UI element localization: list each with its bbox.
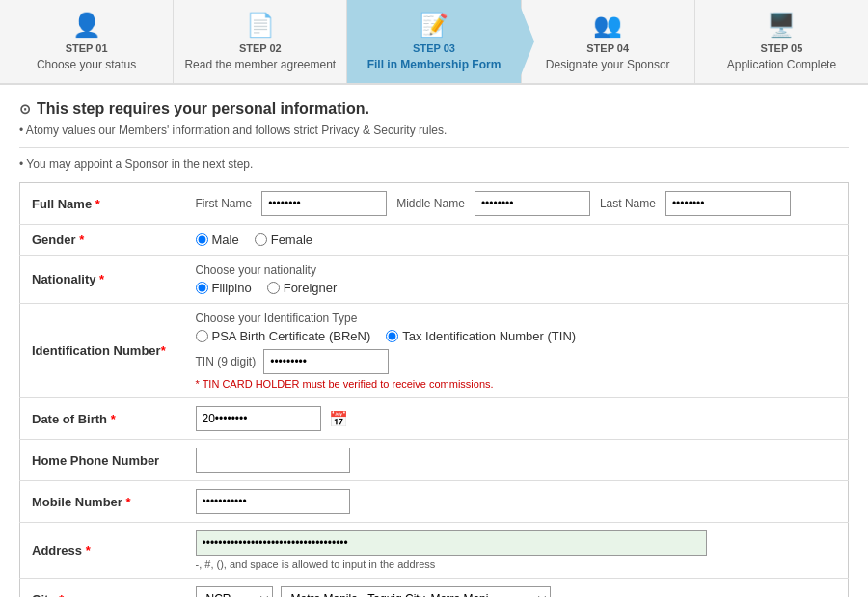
section-title-text: This step requires your personal informa… bbox=[37, 100, 369, 118]
step01-label: Choose your status bbox=[37, 58, 136, 71]
dob-label: Date of Birth * bbox=[20, 398, 184, 440]
step02-icon: 📄 bbox=[246, 12, 275, 39]
city-row: City * NCR Metro Manila - Taguig City, M… bbox=[20, 579, 849, 598]
region-select[interactable]: NCR bbox=[196, 586, 273, 597]
main-content: ⊙ This step requires your personal infor… bbox=[0, 85, 868, 597]
nationality-choose-label: Choose your nationality bbox=[196, 263, 837, 277]
sponsor-note: • You may appoint a Sponsor in the next … bbox=[19, 157, 849, 171]
chevron-icon[interactable]: ⊙ bbox=[19, 101, 31, 117]
id-number-label: Identification Number* bbox=[20, 304, 184, 398]
address-note: -, #, (), and space is allowed to input … bbox=[196, 558, 837, 570]
mobile-input[interactable] bbox=[196, 489, 350, 514]
step01[interactable]: 👤 STEP 01 Choose your status bbox=[0, 0, 174, 83]
step04-icon: 👥 bbox=[593, 12, 622, 39]
first-name-input[interactable] bbox=[261, 191, 387, 216]
step04[interactable]: 👥 STEP 04 Designate your Sponsor bbox=[522, 0, 695, 83]
step03-icon: 📝 bbox=[420, 12, 448, 39]
address-value: -, #, (), and space is allowed to input … bbox=[184, 523, 849, 579]
gender-label: Gender * bbox=[20, 225, 184, 256]
step02-label: Read the member agreement bbox=[184, 58, 336, 71]
home-phone-value bbox=[184, 440, 849, 481]
full-name-label: Full Name * bbox=[20, 183, 184, 225]
step01-number: STEP 01 bbox=[66, 42, 108, 54]
id-bren-radio[interactable] bbox=[196, 330, 208, 342]
id-number-value: Choose your Identification Type PSA Birt… bbox=[184, 304, 849, 398]
city-select[interactable]: Metro Manila - Taguig City, Metro Mani..… bbox=[281, 586, 551, 597]
gender-male-label[interactable]: Male bbox=[196, 232, 239, 247]
step02-number: STEP 02 bbox=[239, 42, 282, 54]
step01-icon: 👤 bbox=[72, 12, 101, 39]
address-input[interactable] bbox=[196, 530, 707, 556]
nationality-value: Choose your nationality Filipino Foreign… bbox=[184, 256, 849, 304]
id-tin-label[interactable]: Tax Identification Number (TIN) bbox=[386, 329, 576, 343]
calendar-icon[interactable]: 📅 bbox=[329, 410, 348, 428]
middle-name-label: Middle Name bbox=[396, 197, 465, 210]
middle-name-input[interactable] bbox=[475, 191, 590, 216]
step05-label: Application Complete bbox=[727, 58, 836, 71]
address-label: Address * bbox=[20, 523, 184, 579]
gender-female-label[interactable]: Female bbox=[255, 232, 312, 247]
steps-bar: 👤 STEP 01 Choose your status 📄 STEP 02 R… bbox=[0, 0, 868, 85]
step03[interactable]: 📝 STEP 03 Fill in Membership Form bbox=[347, 0, 521, 83]
step03-label: Fill in Membership Form bbox=[367, 58, 502, 71]
home-phone-label: Home Phone Number bbox=[20, 440, 184, 481]
id-choose-label: Choose your Identification Type bbox=[196, 312, 837, 325]
id-bren-label[interactable]: PSA Birth Certificate (BReN) bbox=[196, 329, 371, 343]
nationality-filipino-radio[interactable] bbox=[196, 282, 208, 294]
home-phone-row: Home Phone Number bbox=[20, 440, 849, 481]
section-title: ⊙ This step requires your personal infor… bbox=[19, 100, 849, 118]
first-name-label: First Name bbox=[196, 197, 253, 210]
gender-value: Male Female bbox=[184, 225, 849, 256]
tin-note: * TIN CARD HOLDER must be verified to re… bbox=[196, 378, 837, 390]
address-row: Address * -, #, (), and space is allowed… bbox=[20, 523, 849, 579]
step03-number: STEP 03 bbox=[413, 42, 455, 54]
tin-input[interactable] bbox=[263, 349, 389, 374]
dob-value: 📅 bbox=[184, 398, 849, 440]
city-value: NCR Metro Manila - Taguig City, Metro Ma… bbox=[184, 579, 849, 598]
nationality-label: Nationality * bbox=[20, 256, 184, 304]
gender-male-radio[interactable] bbox=[196, 233, 208, 246]
last-name-label: Last Name bbox=[600, 197, 656, 210]
tin-label: TIN (9 digit) bbox=[196, 355, 257, 368]
gender-female-radio[interactable] bbox=[255, 233, 267, 246]
step02[interactable]: 📄 STEP 02 Read the member agreement bbox=[174, 0, 347, 83]
membership-form: Full Name * First Name Middle Name Last … bbox=[19, 182, 849, 597]
nationality-filipino-label[interactable]: Filipino bbox=[196, 281, 252, 295]
step05-icon: 🖥️ bbox=[767, 12, 796, 39]
gender-row: Gender * Male Female bbox=[20, 225, 849, 256]
nationality-foreigner-radio[interactable] bbox=[267, 282, 280, 294]
mobile-label: Mobile Number * bbox=[20, 481, 184, 523]
last-name-input[interactable] bbox=[665, 191, 791, 216]
full-name-required: * bbox=[95, 197, 100, 211]
step04-label: Designate your Sponsor bbox=[546, 58, 670, 71]
privacy-note: • Atomy values our Members' information … bbox=[19, 123, 849, 148]
home-phone-input[interactable] bbox=[196, 448, 350, 473]
step05-number: STEP 05 bbox=[760, 42, 802, 54]
dob-input[interactable] bbox=[196, 406, 321, 431]
city-label: City * bbox=[20, 579, 184, 598]
mobile-value bbox=[184, 481, 849, 523]
step04-number: STEP 04 bbox=[586, 42, 629, 54]
id-tin-radio[interactable] bbox=[386, 330, 398, 342]
dob-row: Date of Birth * 📅 bbox=[20, 398, 849, 440]
step05[interactable]: 🖥️ STEP 05 Application Complete bbox=[695, 0, 868, 83]
nationality-foreigner-label[interactable]: Foreigner bbox=[267, 281, 338, 295]
nationality-row: Nationality * Choose your nationality Fi… bbox=[20, 256, 849, 304]
mobile-row: Mobile Number * bbox=[20, 481, 849, 523]
full-name-row: Full Name * First Name Middle Name Last … bbox=[20, 183, 849, 225]
full-name-value: First Name Middle Name Last Name bbox=[184, 183, 849, 225]
id-number-row: Identification Number* Choose your Ident… bbox=[20, 304, 849, 398]
